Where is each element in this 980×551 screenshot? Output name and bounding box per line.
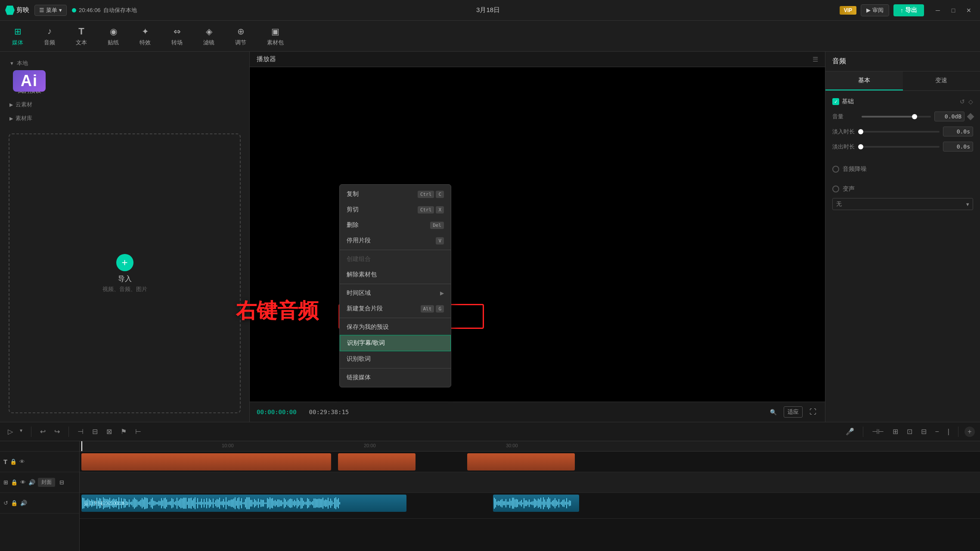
param-slider-volume[interactable] xyxy=(862,116,931,118)
ctx-timeregion[interactable]: 时间区域 ▶ xyxy=(340,285,451,301)
wave-bar xyxy=(248,497,248,509)
diamond-icon[interactable]: ◇ xyxy=(968,98,973,105)
tab-speed[interactable]: 变速 xyxy=(903,71,980,90)
ctx-markasfav[interactable]: 保存为我的预设 xyxy=(340,319,451,335)
vip-badge[interactable]: VIP xyxy=(840,6,856,15)
tl-clip-text-1[interactable] xyxy=(81,453,331,471)
tl-audio-icon-cover[interactable]: 🔊 xyxy=(28,479,35,486)
tl-link-button[interactable]: ⊞ xyxy=(890,426,901,437)
tl-split2-button[interactable]: | xyxy=(945,426,952,437)
toolbar-item-transition[interactable]: ⇔ 转场 xyxy=(168,24,186,48)
toggle-denoise[interactable] xyxy=(832,166,839,173)
tl-redo-button[interactable]: ↪ xyxy=(52,426,62,437)
toolbar-item-effects[interactable]: ✦ 特效 xyxy=(136,24,154,48)
param-diamond-volume[interactable] xyxy=(967,113,974,120)
nav-item-local[interactable]: ▼ 本地 xyxy=(5,57,244,70)
wave-bar xyxy=(282,502,283,505)
toolbar-item-audio[interactable]: ♪ 音频 xyxy=(40,24,59,48)
toolbar-item-media[interactable]: ⊞ 媒体 xyxy=(9,24,27,48)
ctx-newclip[interactable]: 新建复合片段 Alt G xyxy=(340,301,451,316)
tl-label-audio: ↺ 🔒 🔊 xyxy=(0,493,79,514)
tl-flag-button[interactable]: ⚑ xyxy=(118,426,129,437)
tl-eye-icon-cover[interactable]: 👁 xyxy=(20,479,26,486)
tl-magnet-button[interactable]: ⊣⊢ xyxy=(869,426,887,437)
nav-item-library[interactable]: ▶ 素材库 xyxy=(5,112,244,125)
tl-add-button[interactable]: + xyxy=(964,427,975,437)
ctx-delete[interactable]: 删除 Del xyxy=(340,217,451,233)
tl-split-button[interactable]: ⊣ xyxy=(75,426,86,437)
wave-bar xyxy=(504,501,505,505)
toolbar-item-adjust[interactable]: ⊕ 调节 xyxy=(232,24,250,48)
ctx-freeze[interactable]: 停用片段 V xyxy=(340,233,451,248)
tl-clip-audio-2[interactable] xyxy=(493,495,579,512)
tl-undo-button[interactable]: ↩ xyxy=(37,426,48,437)
tl-chain-button[interactable]: ⊡ xyxy=(904,426,915,437)
ctx-subtitle[interactable]: 识别字幕/歌词 xyxy=(340,335,451,351)
toolbar-item-filter[interactable]: ◈ 滤镜 xyxy=(200,24,218,48)
param-slider-fadein[interactable] xyxy=(862,131,940,133)
tl-tool-dropdown[interactable]: ▾ xyxy=(17,426,25,437)
tl-track-text xyxy=(80,452,980,472)
tl-divider-4 xyxy=(958,427,958,437)
wave-bar xyxy=(311,502,312,504)
fullscreen-button[interactable]: ⛶ xyxy=(808,406,818,418)
tl-marker-button[interactable]: ⊢ xyxy=(133,426,144,437)
tl-lock-icon-audio[interactable]: 🔒 xyxy=(11,500,18,506)
voice-dropdown[interactable]: 无 ▾ xyxy=(832,198,973,210)
wave-bar xyxy=(219,498,220,509)
fit-button[interactable]: 适应 xyxy=(784,406,803,418)
wave-bar xyxy=(565,501,566,505)
tl-eye-icon-text[interactable]: 👁 xyxy=(19,458,25,465)
toolbar-label-audio: 音频 xyxy=(44,39,55,46)
playhead[interactable] xyxy=(81,441,82,451)
tab-basic[interactable]: 基本 xyxy=(825,71,903,90)
toolbar-item-package[interactable]: ▣ 素材包 xyxy=(264,24,287,48)
nav-item-cloud[interactable]: ▶ 云素材 xyxy=(5,98,244,111)
wave-bar xyxy=(507,501,508,505)
tl-lock-icon-text[interactable]: 🔒 xyxy=(10,458,17,465)
tl-mic-button[interactable]: 🎤 xyxy=(843,426,857,437)
minimize-button[interactable]: ─ xyxy=(932,4,944,16)
section-checkbox-icon[interactable]: ✓ xyxy=(832,98,839,105)
tl-delete-button[interactable]: ⊟ xyxy=(90,426,100,437)
maximize-button[interactable]: □ xyxy=(947,4,959,16)
export-button[interactable]: ↑ 导出 xyxy=(893,4,924,16)
tl-snap-button[interactable]: ⊠ xyxy=(104,426,115,437)
wave-bar xyxy=(140,500,141,506)
toolbar-item-sticker[interactable]: ◉ 贴纸 xyxy=(104,24,122,48)
close-button[interactable]: ✕ xyxy=(963,4,975,16)
param-slider-fadeout[interactable] xyxy=(862,146,940,148)
wave-bar xyxy=(166,499,167,507)
tl-minus-button[interactable]: − xyxy=(933,426,942,437)
review-button[interactable]: ▶ 审阅 xyxy=(861,4,889,16)
wave-bar xyxy=(183,498,184,509)
ctx-cut[interactable]: 剪切 Ctrl X xyxy=(340,202,451,217)
tl-cover-expand-icon[interactable]: ⊟ xyxy=(59,479,64,486)
timeline-toolbar: ▷ ▾ ↩ ↪ ⊣ ⊟ ⊠ ⚑ ⊢ 🎤 ⊣⊢ ⊞ ⊡ ⊟ − | + xyxy=(0,422,980,441)
tl-sync-icon[interactable]: ↺ xyxy=(3,500,8,506)
menu-button[interactable]: ☰ 菜单 ▾ xyxy=(34,5,67,16)
tl-clip-text-4[interactable] xyxy=(467,453,575,471)
ctx-linkmedia[interactable]: 链接媒体 xyxy=(340,370,451,385)
tl-clip-audio-1[interactable]: 提取音频20230318-1 xyxy=(81,495,406,512)
wave-bar xyxy=(268,499,269,508)
tl-select-tool[interactable]: ▷ xyxy=(5,426,16,437)
wave-bar xyxy=(245,499,246,508)
wave-bar xyxy=(242,502,243,504)
tl-lock-icon-cover[interactable]: 🔒 xyxy=(11,479,18,486)
tl-align-button[interactable]: ⊟ xyxy=(918,426,929,437)
ctx-copy[interactable]: 复制 Ctrl C xyxy=(340,186,451,202)
wave-bar xyxy=(122,501,123,505)
reset-icon[interactable]: ↺ xyxy=(960,98,965,105)
tl-audio-icon-audio[interactable]: 🔊 xyxy=(20,500,27,506)
zoom-fit-icon[interactable]: 🔍 xyxy=(768,407,778,417)
topbar-right: VIP ▶ 审阅 ↑ 导出 ─ □ ✕ xyxy=(840,4,975,16)
ctx-ungroup[interactable]: 解除素材包 xyxy=(340,267,451,282)
wave-bar xyxy=(524,498,524,509)
import-area[interactable]: + 导入 视频、音频、图片 xyxy=(9,133,241,413)
tl-clip-text-3[interactable] xyxy=(347,453,377,471)
toolbar-item-text[interactable]: T 文本 xyxy=(72,24,90,48)
ctx-recognize[interactable]: 识别歌词 xyxy=(340,351,451,367)
toggle-voice[interactable] xyxy=(832,186,839,192)
wave-bar xyxy=(270,497,270,509)
